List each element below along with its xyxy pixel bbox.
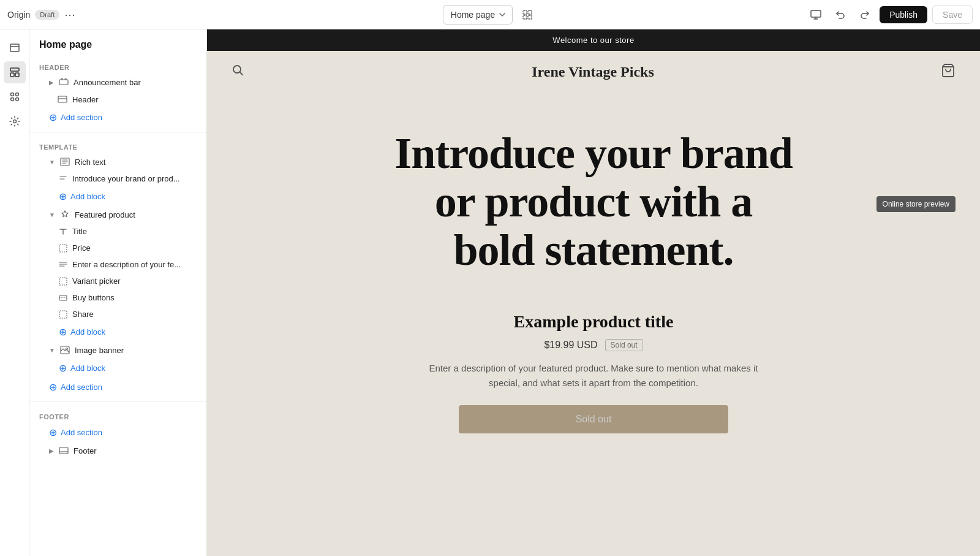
more-button[interactable]: ⋯ [64,9,75,20]
topbar-center: Home page [331,5,649,25]
add-block-featured-label: Add block [70,327,105,337]
redo-button[interactable] [855,5,875,25]
add-section-template-label: Add section [61,383,102,392]
desktop-view-button[interactable] [806,5,826,25]
svg-point-24 [233,66,241,73]
plus-circle-icon-5: ⊕ [49,381,57,393]
svg-rect-17 [59,245,67,252]
publish-button[interactable]: Publish [880,6,927,23]
svg-rect-23 [59,447,68,454]
svg-point-9 [10,93,13,96]
sidebar-item-buy-buttons[interactable]: Buy buttons [29,289,206,306]
sidebar-item-description-block[interactable]: Enter a description of your fe... [29,256,206,273]
separator-2 [29,402,206,402]
preview-store-logo: Irene Vintage Picks [532,64,654,80]
image-banner-icon [60,345,70,355]
svg-rect-8 [15,73,19,77]
add-block-image-label: Add block [70,364,105,373]
sidebar-item-title-block[interactable]: Title [29,223,206,240]
save-button[interactable]: Save [932,6,973,24]
add-section-header-label: Add section [61,113,102,122]
add-section-header-button[interactable]: ⊕ Add section [29,108,206,127]
footer-arrow-icon: ▶ [49,447,54,454]
nav-settings-button[interactable] [4,110,26,132]
page-selector[interactable]: Home page [443,5,513,25]
preview-area: Welcome to our store Irene Vintage Picks… [207,29,980,556]
nav-blocks-button[interactable] [4,86,26,108]
add-section-footer-button[interactable]: ⊕ Add section [29,423,206,442]
preview-tooltip: Online store preview [876,196,956,212]
footer-section-label: FOOTER [29,407,206,423]
svg-rect-2 [523,15,527,19]
plus-circle-icon-2: ⊕ [59,191,67,202]
preview-sold-out-badge: Sold out [605,339,643,351]
sidebar-item-image-banner[interactable]: ▼ Image banner [29,341,206,359]
sidebar-item-price-block[interactable]: Price [29,240,206,256]
preview-product-title: Example product title [256,312,931,332]
topbar-left: Origin Draft ⋯ [7,9,325,20]
topbar-right: Publish Save [655,5,973,25]
sidebar-item-rich-text[interactable]: ▼ Rich text [29,153,206,170]
page-selector-label: Home page [451,10,495,20]
chevron-down-icon [499,11,506,18]
description-icon [59,261,67,269]
search-icon [232,64,245,77]
footer-icon [59,446,69,455]
svg-rect-19 [59,295,67,300]
svg-point-11 [10,98,13,101]
preview-search-icon[interactable] [232,64,245,80]
topbar: Origin Draft ⋯ Home page Publish Save [0,0,980,29]
settings-icon [9,116,20,127]
selection-tool-button[interactable] [518,5,537,25]
variant-picker-icon [59,277,67,286]
text-block-icon [59,175,67,183]
svg-rect-14 [59,80,68,85]
title-block-label: Title [72,227,87,236]
back-icon [9,42,20,53]
footer-label: Footer [74,446,97,455]
svg-point-12 [15,98,18,101]
svg-rect-3 [528,15,532,19]
sidebar-item-variant-picker[interactable]: Variant picker [29,273,206,289]
svg-rect-6 [10,68,19,71]
featured-product-arrow-icon: ▼ [49,211,55,218]
draft-badge: Draft [35,10,59,20]
sidebar-item-announcement-bar[interactable]: ▶ Announcement bar [29,74,206,91]
left-panel: Home page HEADER ▶ Announcement bar Head… [29,29,207,556]
announcement-text: Welcome to our store [552,36,634,45]
add-block-rich-button[interactable]: ⊕ Add block [29,187,206,206]
sidebar-item-featured-product[interactable]: ▼ Featured product [29,206,206,223]
svg-point-22 [66,348,67,350]
svg-point-13 [13,120,16,123]
sidebar-item-footer[interactable]: ▶ Footer [29,442,206,459]
add-section-template-button[interactable]: ⊕ Add section [29,378,206,397]
preview-announcement-bar: Welcome to our store [207,29,980,51]
svg-rect-7 [10,73,14,77]
add-block-image-button[interactable]: ⊕ Add block [29,359,206,378]
nav-back-button[interactable] [4,37,26,59]
selection-icon [522,9,533,20]
undo-button[interactable] [831,5,850,25]
sidebar-item-introduce-block[interactable]: Introduce your brand or prod... [29,170,206,187]
blocks-icon [9,91,20,102]
share-icon [59,310,67,319]
nav-sections-button[interactable] [4,61,26,83]
svg-rect-4 [811,10,821,17]
plus-circle-icon-4: ⊕ [59,362,67,374]
featured-product-label: Featured product [75,210,135,219]
sidebar-item-share[interactable]: Share [29,306,206,322]
add-block-featured-button[interactable]: ⊕ Add block [29,322,206,341]
image-banner-label: Image banner [75,346,124,355]
preview-store-header: Irene Vintage Picks [207,51,980,93]
preview-cart-icon[interactable] [941,63,956,80]
rich-text-icon [60,157,70,167]
sidebar-item-header[interactable]: Header [29,91,206,108]
preview-sold-out-button: Sold out [459,405,728,433]
preview-product-price: $19.99 USD [544,340,597,351]
svg-rect-1 [528,10,532,14]
buy-buttons-label: Buy buttons [72,293,115,302]
cart-icon [941,63,956,78]
plus-circle-icon-6: ⊕ [49,427,57,438]
header-section-label: HEADER [29,58,206,74]
header-label: Header [72,95,99,104]
